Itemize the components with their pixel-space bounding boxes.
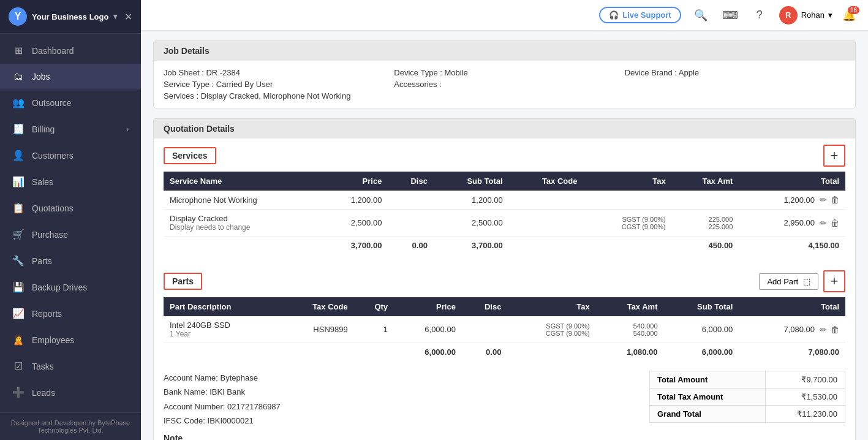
reports-icon: 📈	[12, 308, 25, 319]
employees-icon: 🙎	[12, 334, 25, 346]
service-name-cell: Microphone Not Working	[164, 191, 320, 210]
sidebar-footer: Designed and Developed by BytePhase Tech…	[0, 412, 141, 440]
note-label: Note	[164, 433, 845, 440]
sub-total-cell: 6,000.00	[664, 316, 739, 343]
user-dropdown-icon: ▾	[828, 10, 832, 20]
delete-icon[interactable]: 🗑	[831, 218, 839, 228]
tax-code-cell	[509, 191, 584, 210]
col-part-desc: Part Description	[164, 297, 279, 316]
sidebar-item-outsource[interactable]: 👥 Outsource	[0, 89, 141, 116]
sidebar-item-label: Leads	[32, 388, 55, 398]
col-tax-code: Tax Code	[279, 297, 354, 316]
search-icon[interactable]: 🔍	[691, 6, 711, 25]
customers-icon: 👤	[12, 150, 25, 161]
add-part-plus-button[interactable]: +	[823, 270, 845, 292]
col-tax-amt: Tax Amt	[672, 172, 739, 191]
total-tax-row: Total Tax Amount ₹1,530.00	[650, 389, 845, 406]
user-name: Rohan	[801, 10, 825, 20]
col-tax: Tax	[583, 172, 671, 191]
account-name: Account Name: Bytephase	[164, 371, 281, 385]
edit-icon[interactable]: ✏	[820, 195, 827, 205]
parts-table: Part Description Tax Code Qty Price Disc…	[164, 297, 845, 361]
sidebar-item-parts[interactable]: 🔧 Parts	[0, 248, 141, 274]
add-part-button[interactable]: Add Part ⬚	[759, 273, 818, 290]
col-price: Price	[394, 297, 462, 316]
edit-icon[interactable]: ✏	[820, 325, 827, 335]
price-cell: 2,500.00	[320, 210, 388, 237]
grand-total-label: Grand Total	[650, 406, 766, 423]
logo-text: Your Business Logo	[32, 12, 108, 21]
delete-icon[interactable]: 🗑	[831, 195, 839, 205]
total-cell: 2,950.00 ✏ 🗑	[739, 210, 845, 237]
col-sub-total: Sub Total	[434, 172, 509, 191]
sidebar-item-sales[interactable]: 📊 Sales	[0, 169, 141, 195]
accessories-field: Accessories :	[394, 80, 614, 89]
sidebar: Y Your Business Logo ▾ ✕ ⊞ Dashboard 🗂 J…	[0, 0, 141, 440]
summary-table: Total Amount ₹9,700.00 Total Tax Amount …	[649, 371, 845, 423]
col-tax-amt: Tax Amt	[596, 297, 664, 316]
footer-sub-total: 3,700.00	[434, 237, 509, 255]
disc-cell	[388, 210, 434, 237]
user-menu[interactable]: R Rohan ▾	[779, 6, 832, 25]
tax-amt-cell: 540.000 540.000	[596, 316, 664, 343]
table-row: Display Cracked Display needs to change …	[164, 210, 845, 237]
sidebar-item-billing[interactable]: 🧾 Billing ›	[0, 116, 141, 142]
services-title: Services	[164, 147, 216, 164]
device-brand-field: Device Brand : Apple	[625, 68, 845, 77]
sidebar-item-leads[interactable]: ➕ Leads	[0, 379, 141, 406]
sidebar-item-customers[interactable]: 👤 Customers	[0, 142, 141, 169]
sidebar-item-reports[interactable]: 📈 Reports	[0, 300, 141, 327]
page-content: Job Details Job Sheet : DR -2384 Device …	[141, 31, 868, 440]
quotation-body: Services + Service Name Price Disc Sub T…	[154, 138, 855, 440]
sidebar-item-quotations[interactable]: 📋 Quotations	[0, 195, 141, 221]
edit-icon[interactable]: ✏	[820, 218, 827, 228]
tasks-icon: ☑	[12, 360, 25, 372]
add-service-button[interactable]: +	[823, 145, 845, 167]
bank-info: Account Name: Bytephase Bank Name: IBKI …	[164, 371, 281, 428]
disc-cell	[462, 316, 508, 343]
sidebar-item-expenses[interactable]: ₹ Expenses	[0, 406, 141, 412]
sidebar-item-label: Employees	[32, 335, 74, 345]
logo-icon: Y	[9, 7, 27, 26]
sidebar-item-label: Backup Drives	[32, 283, 87, 292]
live-support-label: Live Support	[622, 10, 671, 20]
table-row: Intel 240GB SSD 1 Year HSN9899 1 6,000.0…	[164, 316, 845, 343]
sidebar-item-employees[interactable]: 🙎 Employees	[0, 327, 141, 353]
live-support-button[interactable]: 🎧 Live Support	[599, 7, 681, 23]
sidebar-header: Y Your Business Logo ▾ ✕	[0, 0, 141, 34]
col-total: Total	[739, 172, 845, 191]
notification-bell[interactable]: 🔔 16	[842, 9, 856, 22]
table-row: Microphone Not Working 1,200.00 1,200.00…	[164, 191, 845, 210]
parts-footer-row: 6,000.00 0.00 1,080.00 6,000.00 7,080.00	[164, 343, 845, 362]
row-actions: ✏ 🗑	[820, 195, 839, 205]
footer-disc: 0.00	[462, 343, 508, 362]
sidebar-item-label: Reports	[32, 309, 62, 319]
qty-cell: 1	[354, 316, 394, 343]
sidebar-item-dashboard[interactable]: ⊞ Dashboard	[0, 37, 141, 64]
footer-disc: 0.00	[388, 237, 434, 255]
total-cell: 1,200.00 ✏ 🗑	[739, 191, 845, 210]
sidebar-item-backup-drives[interactable]: 💾 Backup Drives	[0, 274, 141, 300]
sidebar-close-icon[interactable]: ✕	[124, 11, 132, 23]
price-cell: 1,200.00	[320, 191, 388, 210]
sidebar-item-jobs[interactable]: 🗂 Jobs	[0, 64, 141, 89]
parts-title: Parts	[164, 273, 202, 290]
bank-name: Bank Name: IBKI Bank	[164, 385, 281, 399]
sidebar-item-label: Dashboard	[32, 46, 74, 56]
footer-price: 6,000.00	[394, 343, 462, 362]
sidebar-logo[interactable]: Y Your Business Logo ▾	[9, 7, 117, 26]
tax-code-cell	[509, 210, 584, 237]
help-icon[interactable]: ?	[750, 6, 769, 25]
part-desc-cell: Intel 240GB SSD 1 Year	[164, 316, 279, 343]
sidebar-item-tasks[interactable]: ☑ Tasks	[0, 353, 141, 379]
disc-cell	[388, 191, 434, 210]
quotations-icon: 📋	[12, 202, 25, 214]
col-qty: Qty	[354, 297, 394, 316]
delete-icon[interactable]: 🗑	[831, 325, 839, 335]
quotation-card: Quotation Details Services + Service Nam…	[153, 118, 856, 440]
service-type-field: Service Type : Carried By User	[164, 80, 384, 89]
summary-section: Total Amount ₹9,700.00 Total Tax Amount …	[649, 371, 845, 428]
keyboard-icon[interactable]: ⌨	[720, 6, 740, 25]
sidebar-item-purchase[interactable]: 🛒 Purchase	[0, 221, 141, 248]
tax-cell	[583, 191, 671, 210]
